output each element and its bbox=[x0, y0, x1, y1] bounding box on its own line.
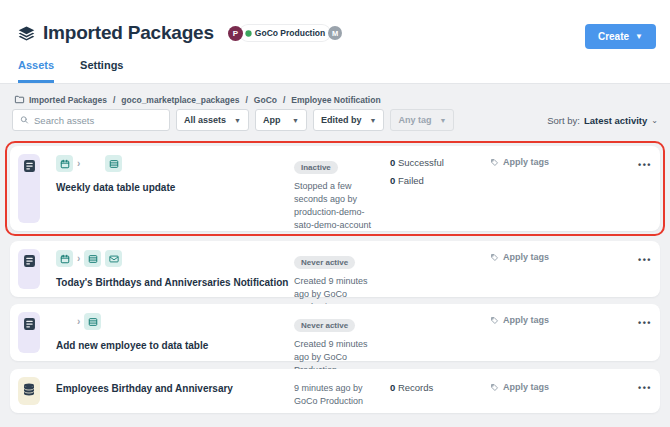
search-box[interactable] bbox=[12, 109, 170, 131]
asset-title[interactable]: Weekly data table update bbox=[56, 182, 294, 193]
asset-tags-column: Apply tags bbox=[490, 312, 630, 353]
asset-status-column: Never active Created 9 minutes ago by Go… bbox=[294, 249, 382, 289]
asset-card[interactable]: › Weekly data table update Inactive Stop… bbox=[10, 146, 660, 231]
sort-value: Latest activity bbox=[584, 115, 647, 126]
stat-value: 0 bbox=[390, 175, 395, 186]
asset-menu-column: ••• bbox=[630, 249, 652, 289]
filter-label: App bbox=[263, 115, 281, 125]
flow-spacer bbox=[56, 313, 73, 330]
flow-arrow-icon: › bbox=[77, 317, 80, 327]
more-menu-button[interactable]: ••• bbox=[638, 160, 652, 170]
more-menu-button[interactable]: ••• bbox=[638, 383, 652, 393]
asset-main: › Add new employee to data table bbox=[56, 312, 294, 353]
flow-icon-row: › bbox=[56, 155, 294, 172]
asset-stats-column bbox=[390, 312, 490, 353]
apply-tags-button[interactable]: Apply tags bbox=[490, 315, 549, 325]
filter-any-tag[interactable]: Any tag ▼ bbox=[390, 109, 454, 131]
tab-settings[interactable]: Settings bbox=[80, 59, 123, 83]
owner-avatar[interactable]: P bbox=[228, 26, 243, 41]
asset-card[interactable]: Employees Birthday and Anniversary 9 min… bbox=[10, 369, 660, 413]
breadcrumb-separator: / bbox=[113, 95, 115, 105]
status-detail: Stopped a few seconds ago by production-… bbox=[294, 180, 382, 232]
tag-icon bbox=[490, 316, 499, 325]
asset-menu-column: ••• bbox=[630, 154, 652, 223]
breadcrumb-item[interactable]: Imported Packages bbox=[29, 95, 107, 105]
workspace-name: GoCo Production bbox=[255, 28, 325, 38]
breadcrumb-item[interactable]: GoCo bbox=[254, 95, 277, 105]
chevron-down-icon: ▼ bbox=[292, 117, 299, 124]
table-icon bbox=[105, 155, 122, 172]
page-title: Imported Packages bbox=[43, 22, 214, 44]
stat-value: 0 bbox=[390, 382, 395, 393]
member-avatar[interactable]: M bbox=[328, 26, 342, 40]
folder-icon bbox=[14, 94, 25, 105]
search-input[interactable] bbox=[34, 115, 162, 126]
tab-assets[interactable]: Assets bbox=[18, 59, 54, 83]
workspace-pill[interactable]: GoCo Production bbox=[240, 25, 330, 41]
asset-title[interactable]: Today's Birthdays and Anniversaries Noti… bbox=[56, 277, 294, 288]
asset-title[interactable]: Employees Birthday and Anniversary bbox=[56, 383, 294, 394]
tag-icon bbox=[490, 383, 499, 392]
asset-menu-column: ••• bbox=[630, 377, 652, 405]
chevron-down-icon: ▼ bbox=[439, 117, 446, 124]
breadcrumb-item[interactable]: Employee Notification bbox=[291, 95, 380, 105]
more-menu-button[interactable]: ••• bbox=[638, 255, 652, 265]
stat-records: 0 Records bbox=[390, 382, 490, 393]
asset-main: › Today's Birthdays and Anniversaries No… bbox=[56, 249, 294, 289]
filter-label: Any tag bbox=[398, 115, 431, 125]
flow-icon-row: › bbox=[56, 313, 294, 330]
flow-icon-row: › bbox=[56, 250, 294, 267]
apply-tags-button[interactable]: Apply tags bbox=[490, 382, 549, 392]
table-icon bbox=[84, 313, 101, 330]
breadcrumb-item[interactable]: goco_marketplace_packages bbox=[121, 95, 239, 105]
breadcrumb-separator: / bbox=[245, 95, 247, 105]
imported-packages-page: Imported Packages P GoCo Production M Cr… bbox=[0, 0, 670, 427]
apply-tags-button[interactable]: Apply tags bbox=[490, 157, 549, 167]
sort-control[interactable]: Sort by: Latest activity ⌄ bbox=[547, 115, 658, 126]
database-icon bbox=[23, 383, 35, 396]
apply-tags-button[interactable]: Apply tags bbox=[490, 252, 549, 262]
asset-card[interactable]: › Today's Birthdays and Anniversaries No… bbox=[10, 241, 660, 297]
flow-arrow-icon: › bbox=[77, 159, 80, 169]
asset-status-column: Inactive Stopped a few seconds ago by pr… bbox=[294, 154, 382, 223]
calendar-icon bbox=[56, 155, 73, 172]
flow-arrow-icon: › bbox=[77, 254, 80, 264]
filter-all-assets[interactable]: All assets ▼ bbox=[176, 109, 249, 131]
search-icon bbox=[20, 115, 29, 125]
filter-label: All assets bbox=[184, 115, 226, 125]
apply-tags-label: Apply tags bbox=[503, 382, 549, 392]
table-icon bbox=[84, 250, 101, 267]
asset-stats-column: 0 Records bbox=[390, 377, 490, 405]
page-header: Imported Packages P GoCo Production M Cr… bbox=[0, 0, 670, 84]
stat-label: Failed bbox=[398, 175, 424, 186]
filter-edited-by[interactable]: Edited by ▼ bbox=[313, 109, 384, 131]
asset-main: › Weekly data table update bbox=[56, 154, 294, 223]
stat-label: Successful bbox=[398, 157, 444, 168]
doc-icon bbox=[24, 318, 35, 330]
stat-successful: 0 Successful bbox=[390, 157, 490, 168]
more-menu-button[interactable]: ••• bbox=[638, 318, 652, 328]
asset-title[interactable]: Add new employee to data table bbox=[56, 340, 294, 351]
tab-bar: Assets Settings bbox=[18, 59, 123, 83]
filter-row: All assets ▼ App ▼ Edited by ▼ Any tag ▼… bbox=[12, 109, 658, 131]
create-button[interactable]: Create ▼ bbox=[585, 24, 656, 49]
doc-icon bbox=[24, 255, 35, 267]
status-badge: Never active bbox=[294, 256, 355, 269]
asset-tags-column: Apply tags bbox=[490, 377, 630, 405]
status-badge: Never active bbox=[294, 319, 355, 332]
asset-tags-column: Apply tags bbox=[490, 154, 630, 223]
breadcrumb-separator: / bbox=[283, 95, 285, 105]
asset-card[interactable]: › Add new employee to data table Never a… bbox=[10, 304, 660, 361]
asset-status-column: Never active Created 9 minutes ago by Go… bbox=[294, 312, 382, 353]
workspace-badges: P GoCo Production M bbox=[228, 25, 342, 41]
title-row: Imported Packages P GoCo Production M bbox=[18, 22, 342, 44]
stat-value: 0 bbox=[390, 157, 395, 168]
tag-icon bbox=[490, 158, 499, 167]
filter-app[interactable]: App ▼ bbox=[255, 109, 307, 131]
tag-icon bbox=[490, 253, 499, 262]
asset-type-pill bbox=[18, 312, 40, 353]
breadcrumb: Imported Packages / goco_marketplace_pac… bbox=[14, 94, 381, 105]
flow-spacer bbox=[84, 155, 101, 172]
asset-stats-column: 0 Successful 0 Failed bbox=[390, 154, 490, 223]
doc-icon bbox=[24, 160, 35, 172]
